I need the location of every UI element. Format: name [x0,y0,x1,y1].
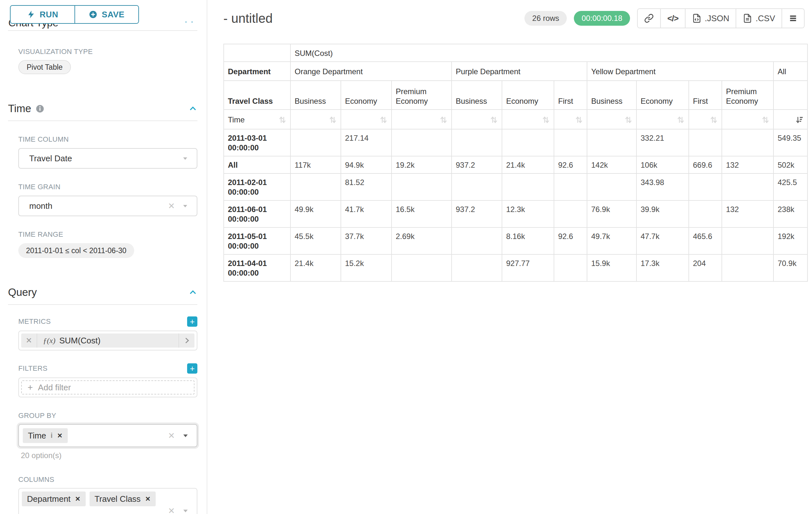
sort-icon[interactable] [328,115,337,124]
sort-icon[interactable] [624,115,633,124]
clear-icon[interactable]: ✕ [168,202,175,210]
export-json-button[interactable]: .JSON [685,9,736,28]
pivot-cell [502,129,554,156]
travel-class-header-row: Travel Class Business Economy Premium Ec… [224,81,808,110]
pivot-cell: 49.9k [290,200,341,227]
pivot-cell: 927.77 [502,254,554,281]
lightning-bolt-icon [27,10,35,19]
pivot-cell: 465.6 [689,227,722,254]
time-range-label: TIME RANGE [18,230,197,239]
row-count-badge: 26 rows [524,11,567,26]
clear-icon[interactable]: ✕ [168,431,175,440]
save-button-label: SAVE [102,10,124,20]
save-button[interactable]: SAVE [75,6,138,23]
pivot-cell: 937.2 [452,200,502,227]
remove-metric-icon[interactable]: ✕ [21,336,37,345]
caret-down-icon[interactable] [182,203,188,209]
add-filter-plus-button[interactable]: + [187,363,197,374]
add-metric-button[interactable]: + [187,317,197,327]
sort-icon[interactable] [676,115,685,124]
function-icon: ƒ(x) [43,336,56,345]
pivot-cell [392,173,452,200]
group-by-select[interactable]: Time i ✕ ✕ [18,424,197,447]
remove-chip-icon[interactable]: ✕ [75,495,81,503]
pivot-cell: 502k [774,156,808,173]
columns-select[interactable]: Department ✕ Travel Class ✕ ✕ [18,488,197,514]
pivot-table-body: 2011-03-01 00:00:00217.14332.21549.35All… [224,129,808,281]
pivot-cell: 45.5k [290,227,341,254]
menu-button[interactable] [782,9,804,28]
expand-metric-icon[interactable] [179,336,195,345]
pivot-cell [689,173,722,200]
visualization-type-label: VISUALIZATION TYPE [18,48,197,56]
sort-icon[interactable] [542,115,550,124]
remove-chip-icon[interactable]: ✕ [57,432,63,439]
columns-chip-travel-class[interactable]: Travel Class ✕ [90,491,156,506]
sort-icon[interactable] [761,115,770,124]
chart-header: - untitled 26 rows 00:00:00.18 </> .JSON [223,8,805,28]
table-row: 2011-04-01 00:00:0021.4k15.2k927.7715.9k… [224,254,808,281]
columns-axis-label: Department [224,62,290,81]
pivot-cell: 19.2k [392,156,452,173]
pivot-cell: 549.35 [774,129,808,156]
export-csv-button[interactable]: .CSV [735,9,782,28]
add-filter-button[interactable]: + Add filter [21,380,195,395]
pivot-cell: 669.6 [689,156,722,173]
time-column-select[interactable]: Travel Date [18,148,197,169]
caret-down-icon[interactable] [182,155,188,162]
pivot-cell: 12.3k [502,200,554,227]
table-row: 2011-06-01 00:00:0049.9k41.7k16.5k937.21… [224,200,808,227]
class-column-header: Economy [502,81,554,110]
class-column-header: Business [290,81,341,110]
row-header: 2011-03-01 00:00:00 [224,129,290,156]
sort-descending-icon[interactable] [795,115,804,124]
pivot-cell [290,173,341,200]
pivot-cell: 81.52 [341,173,392,200]
chip-label: Time [28,431,46,441]
clear-icon[interactable]: ✕ [168,507,175,514]
pivot-cell [452,227,502,254]
query-section-header: Query [8,286,197,305]
pivot-cell [554,173,587,200]
sort-icon[interactable] [489,115,498,124]
group-by-chip-time[interactable]: Time i ✕ [23,428,68,443]
sort-icon[interactable] [709,115,718,124]
columns-chip-department[interactable]: Department ✕ [22,491,86,506]
time-range-field: TIME RANGE 2011-01-01 ≤ col < 2011-06-30 [18,230,197,258]
run-button[interactable]: RUN [10,6,75,23]
sort-icon[interactable] [439,115,448,124]
sort-icon[interactable] [278,115,287,124]
metric-option[interactable]: ✕ ƒ(x) SUM(Cost) [21,333,195,348]
chart-title[interactable]: - untitled [223,11,272,26]
remove-chip-icon[interactable]: ✕ [145,495,150,503]
time-grain-value: month [29,201,52,211]
pivot-cell: 94.9k [341,156,392,173]
pivot-cell [722,129,774,156]
class-column-header: Business [452,81,502,110]
pivot-cell [587,173,636,200]
pivot-cell: 92.6 [554,156,587,173]
chevron-up-icon[interactable] [188,104,197,113]
visualization-type-pill[interactable]: Pivot Table [18,60,71,74]
metrics-field: METRICS + ✕ ƒ(x) SUM(Cost) [18,317,197,350]
pivot-cell: 238k [774,200,808,227]
time-range-pill[interactable]: 2011-01-01 ≤ col < 2011-06-30 [18,243,134,258]
sort-cell [554,110,587,129]
table-row: 2011-05-01 00:00:0045.5k37.7k2.69k8.16k9… [224,227,808,254]
caret-down-icon[interactable] [182,432,189,439]
sort-icon[interactable] [575,115,583,124]
time-grain-label: TIME GRAIN [18,183,197,191]
pivot-cell: 332.21 [636,129,689,156]
chevron-up-icon[interactable] [188,288,197,297]
time-grain-select[interactable]: month ✕ [18,196,197,216]
table-row: 2011-02-01 00:00:0081.52343.98425.5 [224,173,808,200]
time-section-header: Time [8,103,197,121]
export-toolbar: </> .JSON .CSV [637,8,805,28]
sort-icon[interactable] [379,115,388,124]
caret-down-icon[interactable] [182,507,189,514]
share-link-button[interactable] [638,9,660,28]
embed-code-button[interactable]: </> [660,9,685,28]
visualization-type-block: VISUALIZATION TYPE Pivot Table [18,48,197,74]
department-header-row: Department Orange Department Purple Depa… [224,62,808,81]
explore-page: Chart Type RUN SAVE VISUALIZATION TYPE P… [0,0,812,514]
